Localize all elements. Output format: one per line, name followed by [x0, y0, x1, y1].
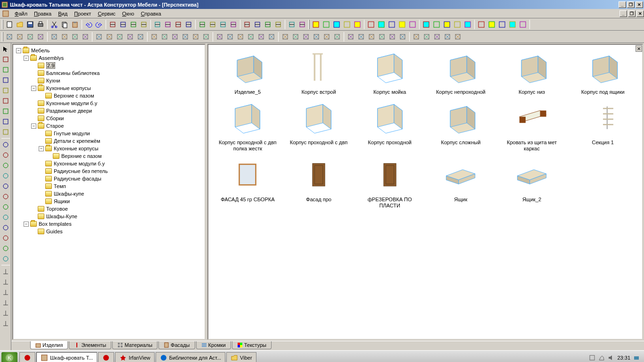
menu-file[interactable]: Файл — [11, 10, 31, 17]
thumbnail-item[interactable]: Секция 1 — [568, 100, 637, 152]
vtb-a5[interactable] — [1, 107, 10, 116]
tb-row2-2[interactable] — [25, 32, 35, 42]
taskbar-viber[interactable]: Viber — [226, 352, 256, 362]
tb-generic-b14[interactable] — [462, 19, 473, 30]
taskbar-irfan[interactable]: IrfanView — [115, 352, 155, 362]
tb-row2-7[interactable] — [80, 32, 91, 42]
thumbnail-item[interactable]: Корпус низ — [497, 49, 567, 95]
tree-node-temp[interactable]: Темп — [14, 182, 204, 190]
tb-generic-b10[interactable] — [421, 19, 431, 30]
tb-generic-a10[interactable] — [218, 19, 228, 30]
tb-row2-28[interactable] — [311, 32, 322, 42]
tb-row2-6[interactable] — [70, 32, 80, 42]
vtb-b11[interactable] — [1, 254, 10, 263]
tb-row2-40[interactable] — [442, 32, 453, 42]
tb-generic-b12[interactable] — [442, 19, 452, 30]
tb-row2-30[interactable] — [332, 32, 342, 42]
tray-icon-2[interactable] — [598, 354, 605, 361]
tb-row2-37[interactable] — [411, 32, 421, 42]
thumbnail-item[interactable]: ФАСАД 45 гр СБОРКА — [213, 157, 282, 209]
vtb-b1[interactable] — [1, 150, 10, 160]
tb-row2-35[interactable] — [387, 32, 397, 42]
tb-generic-b13[interactable] — [452, 19, 462, 30]
tree-node-torg[interactable]: Торговое — [14, 205, 204, 213]
tb-generic-b16[interactable] — [487, 19, 497, 30]
tray-icon-1[interactable] — [589, 354, 595, 361]
tb-generic-a15[interactable] — [273, 19, 283, 30]
tb-generic-a9[interactable] — [207, 19, 218, 30]
tb-undo[interactable] — [83, 19, 94, 30]
vtb-c0[interactable] — [1, 267, 10, 276]
tb-row2-26[interactable] — [290, 32, 301, 42]
vtb-a4[interactable] — [1, 96, 10, 106]
vtb-b4[interactable] — [1, 181, 10, 191]
tb-generic-b11[interactable] — [431, 19, 442, 30]
tree-node-kuhmod[interactable]: Кухонные модули б.у — [14, 99, 204, 107]
thumbnail-item[interactable]: Кровать из щита мет каркас — [497, 100, 567, 152]
tree-node-kuhmod2[interactable]: Кухонные модули б.у — [14, 160, 204, 167]
menu-window[interactable]: Окно — [119, 10, 138, 17]
tb-row2-15[interactable] — [170, 32, 180, 42]
tab-elementy[interactable]: Элементы — [69, 341, 111, 349]
tb-generic-b4[interactable] — [352, 19, 363, 30]
tb-row2-14[interactable] — [159, 32, 170, 42]
tb-redo[interactable] — [94, 19, 104, 30]
tab-materialy[interactable]: Материалы — [112, 341, 157, 349]
tb-paste[interactable] — [70, 19, 80, 30]
tb-generic-a2[interactable] — [128, 19, 139, 30]
menu-edit[interactable]: Правка — [31, 10, 55, 17]
tb-generic-a5[interactable] — [163, 19, 173, 30]
vtb-c2[interactable] — [1, 288, 10, 297]
tree-node-verhpaz2[interactable]: Верхние с пазом — [14, 152, 204, 160]
tb-row2-13[interactable] — [149, 32, 159, 42]
menu-help[interactable]: Справка — [138, 10, 165, 17]
tray-volume-icon[interactable] — [608, 354, 614, 361]
tb-generic-b1[interactable] — [321, 19, 331, 30]
tree-node-kuhkorp[interactable]: −Кухонные корпусы — [14, 84, 204, 92]
thumbnail-item[interactable]: Корпус непроходной — [426, 49, 495, 95]
tb-print[interactable] — [35, 19, 46, 30]
menu-project[interactable]: Проект — [71, 10, 94, 17]
vtb-b3[interactable] — [1, 171, 10, 181]
tb-row2-11[interactable] — [125, 32, 135, 42]
vtb-b7[interactable] — [1, 213, 10, 222]
tb-row2-29[interactable] — [322, 32, 332, 42]
vtb-a2[interactable] — [1, 75, 10, 85]
tb-row2-9[interactable] — [104, 32, 115, 42]
vtb-b0[interactable] — [1, 140, 10, 149]
tb-generic-a13[interactable] — [252, 19, 263, 30]
taskbar-opera[interactable] — [98, 352, 114, 362]
thumbnail-item[interactable]: Корпус сложный — [426, 100, 495, 152]
tb-row2-23[interactable] — [256, 32, 266, 42]
tb-row2-25[interactable] — [280, 32, 290, 42]
vtb-c4[interactable] — [1, 308, 10, 318]
tb-generic-b5[interactable] — [366, 19, 376, 30]
tree-node-boxtpl[interactable]: −Box templates — [14, 220, 204, 228]
tb-row2-12[interactable] — [135, 32, 146, 42]
clock[interactable]: 23:31 — [617, 355, 630, 361]
tb-generic-a3[interactable] — [139, 19, 149, 30]
tb-generic-b9[interactable] — [407, 19, 418, 30]
tree-node-assemblys[interactable]: −Assemblys — [14, 54, 204, 62]
thumbnail-item[interactable]: Корпус проходной — [355, 100, 424, 152]
tb-row2-41[interactable] — [453, 32, 463, 42]
tree-node-detkrep[interactable]: Детали с крепежём — [14, 137, 204, 145]
tb-row2-3[interactable] — [35, 32, 46, 42]
vtb-b9[interactable] — [1, 233, 10, 243]
tb-generic-b2[interactable] — [331, 19, 342, 30]
tree-node-yash[interactable]: Ящики — [14, 197, 204, 205]
tb-generic-a4[interactable] — [152, 19, 163, 30]
vtb-b2[interactable] — [1, 161, 10, 170]
tab-tekstury[interactable]: Текстуры — [232, 341, 272, 349]
tb-generic-a6[interactable] — [173, 19, 183, 30]
thumbnail-item[interactable]: фРЕЗЕРОВКА ПО ПЛАСТИ — [355, 157, 424, 209]
tray-icon-4[interactable] — [633, 354, 640, 361]
tb-row2-31[interactable] — [346, 32, 356, 42]
tb-row2-33[interactable] — [366, 32, 377, 42]
mdi-minimize[interactable]: _ — [619, 10, 627, 17]
tb-generic-b6[interactable] — [376, 19, 387, 30]
tb-row2-21[interactable] — [235, 32, 246, 42]
tree-node-balyasiny[interactable]: Балясины библиотека — [14, 69, 204, 77]
thumbnail-item[interactable]: Корпус встрой — [284, 49, 354, 95]
tb-row2-38[interactable] — [421, 32, 432, 42]
